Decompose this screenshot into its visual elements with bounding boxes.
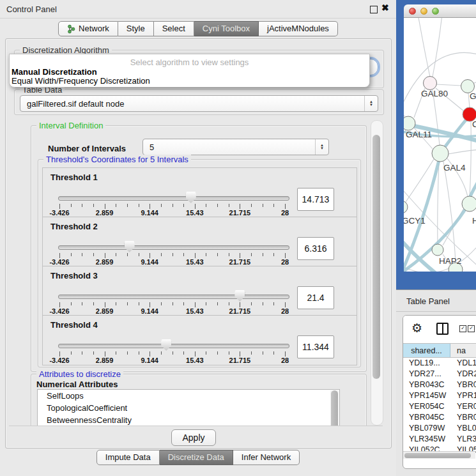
- algorithm-dropdown-popup: Select algorithm to view settings Manual…: [9, 54, 370, 88]
- slider-tick: [150, 204, 150, 209]
- slider-tick-label: 15.43: [177, 357, 213, 364]
- column-header-shared-name[interactable]: shared...: [403, 344, 450, 357]
- network-node[interactable]: [462, 196, 476, 211]
- threshold-label: Threshold 2: [50, 222, 98, 231]
- slider-thumb[interactable]: [161, 339, 171, 351]
- table-row[interactable]: YLR345WYLR34: [403, 433, 476, 444]
- slider-thumb[interactable]: [186, 192, 196, 203]
- table-row[interactable]: YPR145WYPR14: [403, 390, 476, 401]
- threshold-value-field[interactable]: 21.4: [297, 286, 334, 309]
- network-canvas[interactable]: GAL80GACGAL11GAL4GCY1HHAP2: [404, 18, 476, 272]
- threshold-value-field[interactable]: 14.713: [297, 188, 334, 211]
- threshold-value-field[interactable]: 6.316: [297, 237, 334, 260]
- network-node[interactable]: [404, 116, 415, 130]
- dropdown-item-equal-width-frequency[interactable]: Equal Width/Frequency Discretization: [12, 76, 150, 86]
- table-row[interactable]: YBR043CYBR04: [403, 379, 476, 390]
- numerical-attributes-list[interactable]: SelfLoopsTopologicalCoefficientBetweenne…: [37, 389, 340, 426]
- cell-shared-name: YPR145W: [403, 391, 450, 400]
- gear-icon[interactable]: ⚙: [411, 321, 422, 335]
- slider-tick: [195, 302, 196, 307]
- slider-tick: [273, 204, 274, 207]
- close-traffic-light-icon[interactable]: [409, 8, 416, 15]
- list-scrollbar[interactable]: [330, 390, 339, 426]
- checkbox-icon[interactable]: ✓: [468, 325, 475, 332]
- split-columns-icon[interactable]: [436, 323, 449, 335]
- float-window-icon[interactable]: [370, 6, 378, 13]
- table-panel-title: Table Panel: [406, 296, 450, 306]
- slider-tick-label: 2.859: [87, 209, 123, 217]
- slider-tick: [93, 302, 94, 305]
- slider-tick: [206, 351, 206, 355]
- attribute-list-item[interactable]: BetweennessCentrality: [38, 414, 339, 426]
- cell-name: YPR14: [450, 391, 476, 400]
- threshold-row: Threshold 4-3.4262.8599.14415.4321.71528…: [43, 316, 357, 364]
- table-row[interactable]: YBL079WYBL07: [403, 422, 476, 433]
- slider-tick-label: -3.426: [42, 357, 77, 364]
- slider-tick-label: 21.715: [222, 209, 257, 217]
- network-view-window[interactable]: GAL80GACGAL11GAL4GCY1HHAP2: [404, 4, 476, 272]
- slider-tick: [59, 204, 60, 209]
- slider-tick: [71, 253, 72, 256]
- network-node[interactable]: [424, 77, 437, 90]
- tab-style[interactable]: Style: [118, 21, 154, 36]
- spinner-arrows-icon[interactable]: ▲▼: [315, 139, 328, 155]
- spinner-arrows-icon[interactable]: ▲▼: [364, 96, 378, 111]
- slider-tick: [263, 204, 263, 207]
- threshold-value-field[interactable]: 11.344: [297, 335, 334, 358]
- network-window-titlebar[interactable]: [404, 4, 476, 18]
- slider-track[interactable]: [58, 196, 289, 201]
- column-header-name[interactable]: na: [450, 344, 476, 357]
- tab-network[interactable]: Network: [58, 21, 118, 36]
- number-of-intervals-combobox[interactable]: 5 ▲▼: [142, 139, 329, 155]
- network-node[interactable]: [404, 201, 408, 213]
- network-node[interactable]: [432, 145, 449, 162]
- slider-track[interactable]: [58, 245, 289, 250]
- slider-tick-label: 2.859: [87, 307, 123, 315]
- dropdown-item-manual-discretization[interactable]: Manual Discretization: [12, 67, 97, 77]
- cell-name: YER05: [450, 402, 476, 411]
- cell-name: YBL07: [450, 424, 476, 433]
- slider-thumb[interactable]: [125, 241, 135, 252]
- slider-tick-label: 21.715: [222, 357, 257, 364]
- slider-tick: [116, 253, 116, 256]
- slider-tick: [150, 302, 150, 307]
- slider-tick-label: 2.859: [87, 258, 123, 266]
- node-label: GAL11: [406, 130, 432, 139]
- table-horizontal-scrollbar[interactable]: [403, 451, 475, 459]
- close-icon[interactable]: ✖: [381, 3, 389, 13]
- checkbox-icon[interactable]: ✓: [459, 325, 466, 332]
- table-row[interactable]: YER054CYER05: [403, 401, 476, 411]
- combobox-value: galFiltered.sif default node: [20, 99, 364, 109]
- cell-name: YDR27: [450, 369, 476, 378]
- slider-tick: [240, 351, 240, 357]
- slider-track[interactable]: [58, 344, 289, 348]
- table-row[interactable]: YDR27...YDR27: [403, 368, 476, 379]
- tab-impute-data[interactable]: Impute Data: [96, 450, 160, 465]
- slider-tick: [206, 302, 206, 305]
- node-label: C: [472, 119, 476, 129]
- slider-thumb[interactable]: [234, 290, 245, 302]
- tab-infer-network[interactable]: Infer Network: [233, 450, 300, 465]
- minimize-traffic-light-icon[interactable]: [420, 8, 427, 15]
- zoom-traffic-light-icon[interactable]: [432, 8, 439, 15]
- tab-cyni-toolbox[interactable]: Cyni Toolbox: [194, 21, 259, 36]
- table-data-combobox[interactable]: galFiltered.sif default node ▲▼: [20, 95, 378, 112]
- slider-tick: [240, 302, 240, 307]
- scrollbar-thumb[interactable]: [331, 390, 338, 426]
- table-row[interactable]: YBR045CYBR04: [403, 411, 476, 422]
- attribute-list-item[interactable]: TopologicalCoefficient: [38, 402, 339, 414]
- tab-select[interactable]: Select: [154, 21, 194, 36]
- table-toolbar: ⚙ ✓ ✓: [403, 316, 476, 343]
- tab-jactivemnodules[interactable]: jActiveMNodules: [259, 21, 338, 36]
- attribute-list-item[interactable]: SelfLoops: [38, 390, 339, 402]
- tab-label: jActiveMNodules: [267, 22, 329, 36]
- tab-discretize-data[interactable]: Discretize Data: [160, 450, 233, 465]
- slider-track[interactable]: [58, 295, 289, 299]
- table-row[interactable]: YDL19...YDL19: [403, 357, 476, 368]
- apply-button[interactable]: Apply: [171, 429, 216, 446]
- scrollbar-thumb[interactable]: [372, 135, 380, 379]
- scrollbar-thumb[interactable]: [404, 453, 471, 458]
- network-node[interactable]: [432, 244, 443, 256]
- slider-tick: [251, 253, 252, 256]
- panel-scrollbar[interactable]: [371, 120, 383, 426]
